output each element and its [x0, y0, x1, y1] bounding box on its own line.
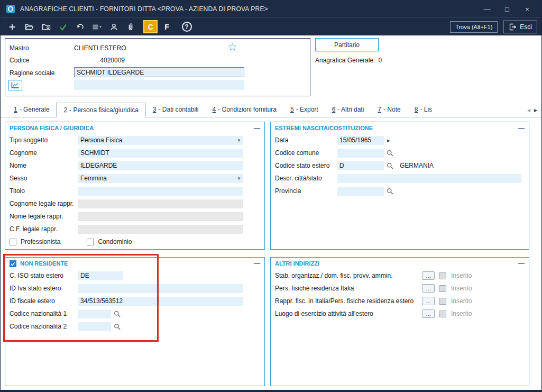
- condominio-checkbox[interactable]: [87, 239, 94, 245]
- pers-fisiche-italia-more-button[interactable]: ...: [422, 284, 435, 293]
- stab-organizaz-more-button[interactable]: ...: [422, 271, 435, 280]
- groupbox-estremi-nascita: ESTREMI NASCITA/COSTITUZIONE — Data 15/0…: [270, 122, 529, 250]
- tipo-soggetto-select[interactable]: Persona Fisica▼: [78, 136, 243, 145]
- calendar-arrow-icon[interactable]: ▸: [387, 137, 390, 144]
- luogo-esercizio-more-button[interactable]: ...: [422, 309, 435, 318]
- attachments-button[interactable]: [123, 20, 138, 34]
- tab-dati-contabili[interactable]: 3- Dati contabili: [146, 102, 206, 117]
- confirm-button[interactable]: [56, 20, 70, 34]
- field-label: Rappr. fisc. in Italia/Pers. fisiche res…: [275, 297, 422, 305]
- groupbox-title: PERSONA FISICA / GIURIDICA: [10, 125, 94, 131]
- tab-content: PERSONA FISICA / GIURIDICA — Tipo sogget…: [1, 117, 541, 391]
- chevron-down-icon: ▼: [237, 138, 241, 143]
- ragione-sociale-2-input[interactable]: [74, 80, 244, 90]
- tab-generale[interactable]: 1- Generale: [7, 102, 56, 117]
- tab-listini[interactable]: 8- Lis: [408, 102, 439, 117]
- cognome-legale-rappr-input: [78, 199, 243, 208]
- collapse-icon[interactable]: —: [254, 260, 260, 267]
- anagrafica-generale: Anagrafica Generale:0: [315, 57, 382, 64]
- titlebar: ANAGRAFICHE CLIENTI - FORNITORI DITTA <P…: [1, 1, 541, 17]
- professionista-checkbox-group: Professionista: [10, 238, 60, 245]
- c-iso-stato-estero-input[interactable]: DE: [78, 271, 123, 280]
- professionista-label: Professionista: [21, 238, 60, 245]
- menu-button[interactable]: [89, 20, 104, 34]
- altri-indirizzi-row: Pers. fisiche residenza Italia ... Inser…: [271, 282, 529, 295]
- open-button[interactable]: [22, 20, 36, 34]
- search-icon[interactable]: [387, 162, 393, 169]
- tab-persona-fisica-giuridica[interactable]: 2- Persona fisica/giuridica: [56, 103, 145, 117]
- minimize-button[interactable]: —: [478, 2, 496, 16]
- collapse-icon[interactable]: —: [518, 124, 525, 132]
- sesso-select[interactable]: Femmina▼: [78, 174, 243, 183]
- tab-strip: 1- Generale 2- Persona fisica/giuridica …: [1, 100, 541, 117]
- inserito-checkbox: [439, 311, 446, 317]
- field-label: C. ISO stato estero: [10, 272, 78, 279]
- provincia-input[interactable]: [337, 187, 384, 196]
- chevron-down-icon: ▼: [237, 176, 241, 181]
- search-icon[interactable]: [114, 323, 121, 330]
- codice-stato-estero-input[interactable]: D: [337, 161, 384, 170]
- inserito-label: Inserito: [451, 310, 472, 317]
- open-company-button[interactable]: [39, 20, 53, 34]
- search-icon[interactable]: [387, 188, 393, 195]
- tab-altri-dati[interactable]: 6- Altri dati: [325, 102, 371, 117]
- new-record-button[interactable]: [5, 20, 20, 34]
- inserito-checkbox: [439, 272, 446, 279]
- user-icon: [109, 23, 118, 31]
- tab-scroll-right-icon[interactable]: ▸: [534, 106, 537, 114]
- tab-scroll-left-icon[interactable]: ◂: [527, 106, 530, 114]
- data-nascita-input[interactable]: 15/05/1965: [337, 136, 384, 145]
- cognome-input[interactable]: SCHMIDT: [78, 149, 243, 158]
- id-fiscale-estero-input[interactable]: 34/513/563512: [78, 297, 243, 306]
- codice-comune-input[interactable]: [337, 149, 384, 158]
- field-label: Titolo: [10, 187, 78, 195]
- nome-input[interactable]: ILDEGARDE: [78, 161, 243, 170]
- ragione-sociale-input[interactable]: SCHMIDT ILDEGARDE: [74, 67, 244, 77]
- fornitori-toggle-button[interactable]: F: [160, 20, 174, 33]
- tab-condizioni-fornitura[interactable]: 4- Condizioni fornitura: [206, 102, 283, 117]
- inserito-checkbox: [439, 298, 446, 305]
- chart-button[interactable]: [8, 80, 22, 90]
- tab-export[interactable]: 5- Export: [283, 102, 325, 117]
- field-label: Nome legale rappr.: [10, 213, 78, 220]
- groupbox-persona-fisica-giuridica: PERSONA FISICA / GIURIDICA — Tipo sogget…: [5, 122, 265, 250]
- favorite-star-icon[interactable]: ☆: [227, 41, 237, 52]
- undo-button[interactable]: [72, 20, 87, 34]
- toolbar-right: Trova (Alt+F1) Esci: [450, 21, 537, 33]
- account-summary-box: Mastro CLIENTI ESTERO ☆ Codice 4020009 R…: [5, 38, 310, 96]
- exit-button[interactable]: Esci: [503, 21, 537, 33]
- field-label: Data: [275, 136, 337, 144]
- inserito-label: Inserito: [451, 297, 472, 305]
- record-header: Mastro CLIENTI ESTERO ☆ Codice 4020009 R…: [1, 35, 541, 100]
- altri-indirizzi-row: Stab. organizaz./ dom. fisc. provv. ammi…: [271, 269, 529, 282]
- condominio-label: Condominio: [98, 238, 132, 245]
- field-label: C.F. legale rappr.: [10, 225, 78, 233]
- field-label: Descr. città/stato: [275, 175, 337, 182]
- inserito-checkbox: [439, 285, 446, 292]
- codice-nazionalita-1-input[interactable]: [78, 309, 111, 318]
- contacts-button[interactable]: [106, 20, 121, 34]
- help-button[interactable]: ?: [179, 20, 194, 34]
- groupbox-title: ALTRI INDIRIZZI: [275, 260, 319, 267]
- field-label: Cognome legale rappr.: [10, 200, 78, 207]
- professionista-checkbox[interactable]: [10, 239, 16, 245]
- close-button[interactable]: ×: [518, 2, 536, 16]
- non-residente-checkbox[interactable]: [10, 260, 16, 267]
- descr-citta-stato-input[interactable]: [337, 174, 521, 183]
- id-iva-stato-estero-input[interactable]: [78, 284, 243, 293]
- clienti-toggle-button[interactable]: C: [143, 20, 158, 33]
- collapse-icon[interactable]: —: [254, 124, 260, 132]
- rappr-fisc-italia-more-button[interactable]: ...: [422, 297, 435, 305]
- search-icon[interactable]: [387, 150, 393, 157]
- collapse-icon[interactable]: —: [518, 260, 525, 267]
- partitario-button[interactable]: Partitario: [315, 38, 379, 51]
- maximize-button[interactable]: □: [498, 2, 516, 16]
- groupbox-title: ESTREMI NASCITA/COSTITUZIONE: [275, 125, 373, 131]
- altri-indirizzi-row: Rappr. fisc. in Italia/Pers. fisiche res…: [271, 295, 529, 307]
- cf-legale-rappr-input: [78, 225, 243, 234]
- find-button[interactable]: Trova (Alt+F1): [450, 21, 498, 33]
- codice-nazionalita-2-input[interactable]: [78, 322, 111, 331]
- search-icon[interactable]: [114, 311, 121, 317]
- tab-note[interactable]: 7- Note: [371, 102, 407, 117]
- titolo-input[interactable]: [78, 187, 243, 196]
